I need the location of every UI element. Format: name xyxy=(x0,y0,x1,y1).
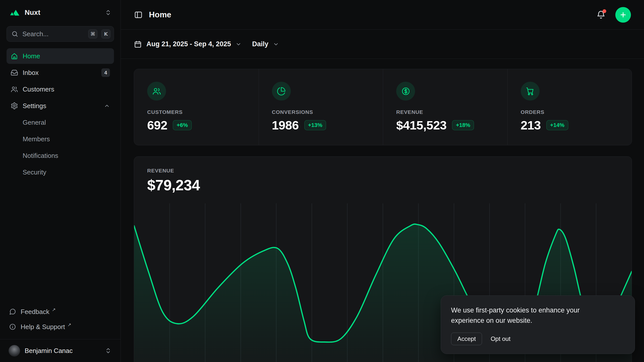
nav-label: Settings xyxy=(23,102,46,110)
optout-cookies-button[interactable]: Opt out xyxy=(486,333,515,345)
nav-label: Security xyxy=(23,168,46,176)
sidebar-item-general[interactable]: General xyxy=(7,115,114,130)
stat-delta-badge: +6% xyxy=(173,120,192,130)
circle-dollar-icon xyxy=(396,82,415,101)
sidebar: Nuxt Search... ⌘ K Home xyxy=(0,0,121,362)
nav-label: Customers xyxy=(23,85,54,93)
gear-icon xyxy=(11,102,18,110)
nav-label: General xyxy=(23,119,46,126)
revenue-chart-value: $79,234 xyxy=(147,177,619,194)
stat-card-revenue[interactable]: REVENUE $415,523 +18% xyxy=(383,69,507,145)
date-range-picker[interactable]: Aug 21, 2025 - Sep 4, 2025 xyxy=(134,40,242,48)
revenue-chart-label: REVENUE xyxy=(147,168,619,174)
chevron-down-icon xyxy=(235,41,242,47)
sidebar-item-notifications[interactable]: Notifications xyxy=(7,148,114,163)
pie-chart-icon xyxy=(272,82,291,101)
nav-label: Home xyxy=(23,52,40,60)
add-button[interactable] xyxy=(615,7,631,23)
users-icon xyxy=(11,85,18,93)
search-input[interactable]: Search... ⌘ K xyxy=(7,26,114,42)
plus-icon xyxy=(619,11,627,19)
notifications-button[interactable] xyxy=(596,10,606,20)
collapse-sidebar-button[interactable] xyxy=(134,10,143,19)
stat-delta-badge: +13% xyxy=(304,120,326,130)
notification-dot xyxy=(602,9,606,13)
help-support-link[interactable]: Help & Support ↗ xyxy=(7,320,114,334)
stat-value: 1986 xyxy=(272,118,299,132)
chevron-up-icon xyxy=(104,103,110,109)
footer-label: Help & Support xyxy=(21,323,65,331)
period-select[interactable]: Daily xyxy=(252,40,279,48)
users-icon xyxy=(147,82,166,101)
sidebar-footer: Feedback ↗ Help & Support ↗ xyxy=(7,304,114,336)
stat-card-orders[interactable]: ORDERS 213 +14% xyxy=(507,69,632,145)
org-selector[interactable]: Nuxt xyxy=(7,7,114,19)
inbox-icon xyxy=(11,69,18,76)
page-title: Home xyxy=(149,10,171,19)
period-label: Daily xyxy=(252,40,268,48)
info-circle-icon xyxy=(9,323,16,330)
user-avatar xyxy=(9,345,20,356)
stat-card-conversions[interactable]: CONVERSIONS 1986 +13% xyxy=(259,69,383,145)
stat-label: CUSTOMERS xyxy=(147,109,246,115)
date-range-label: Aug 21, 2025 - Sep 4, 2025 xyxy=(146,40,231,48)
calendar-icon xyxy=(134,40,142,48)
home-icon xyxy=(11,52,18,60)
kbd-k-key: K xyxy=(101,29,110,38)
stat-value: 213 xyxy=(521,118,541,132)
topbar: Home xyxy=(121,0,644,30)
accept-cookies-button[interactable]: Accept xyxy=(451,333,482,345)
stat-label: CONVERSIONS xyxy=(272,109,370,115)
stat-value: 692 xyxy=(147,118,167,132)
search-placeholder: Search... xyxy=(22,30,84,38)
sidebar-item-settings[interactable]: Settings xyxy=(7,98,114,114)
sidebar-item-members[interactable]: Members xyxy=(7,131,114,147)
user-menu[interactable]: Benjamin Canac xyxy=(0,339,120,356)
toolbar: Aug 21, 2025 - Sep 4, 2025 Daily xyxy=(121,30,644,59)
stat-label: REVENUE xyxy=(396,109,494,115)
sidebar-item-home[interactable]: Home xyxy=(7,48,114,64)
panel-left-icon xyxy=(134,10,143,19)
org-name: Nuxt xyxy=(25,9,40,17)
sidebar-nav: Home Inbox 4 Customers Settings xyxy=(7,48,114,180)
sidebar-item-inbox[interactable]: Inbox 4 xyxy=(7,65,114,80)
chevrons-up-down-icon xyxy=(105,9,111,16)
feedback-link[interactable]: Feedback ↗ xyxy=(7,304,114,319)
user-name: Benjamin Canac xyxy=(25,347,73,355)
inbox-count-badge: 4 xyxy=(101,68,110,77)
shopping-cart-icon xyxy=(521,82,540,101)
cookie-message: We use first-party cookies to enhance yo… xyxy=(451,305,602,326)
stat-value: $415,523 xyxy=(396,118,447,132)
chevron-down-icon xyxy=(273,41,279,47)
sidebar-item-customers[interactable]: Customers xyxy=(7,81,114,97)
nav-label: Notifications xyxy=(23,152,58,160)
stat-delta-badge: +18% xyxy=(452,120,474,130)
cookie-consent-toast: We use first-party cookies to enhance yo… xyxy=(441,295,635,354)
footer-label: Feedback xyxy=(21,308,49,316)
stat-delta-badge: +14% xyxy=(546,120,568,130)
nav-label: Inbox xyxy=(23,69,39,77)
message-bubble-icon xyxy=(9,308,16,315)
stats-cards: CUSTOMERS 692 +6% CONVERSIONS 1986 +13% xyxy=(134,69,632,145)
external-link-icon: ↗ xyxy=(52,307,56,312)
stat-card-customers[interactable]: CUSTOMERS 692 +6% xyxy=(134,69,259,145)
chevrons-up-down-icon xyxy=(105,347,111,354)
nav-label: Members xyxy=(23,135,50,143)
topbar-actions xyxy=(596,7,631,23)
search-icon xyxy=(11,30,18,37)
sidebar-item-security[interactable]: Security xyxy=(7,164,114,180)
external-link-icon: ↗ xyxy=(67,322,71,327)
nuxt-logo-icon xyxy=(9,9,20,16)
kbd-cmd-key: ⌘ xyxy=(88,29,97,38)
stat-label: ORDERS xyxy=(521,109,619,115)
